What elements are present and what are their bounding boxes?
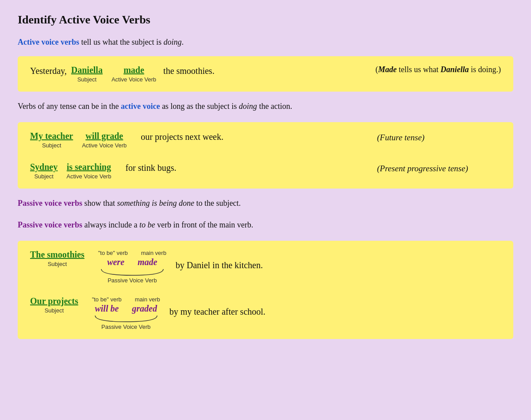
- passive-verbs-label-1: Passive voice verbs: [18, 199, 82, 208]
- example1-note: (Made tells us what Daniella is doing.): [362, 65, 501, 74]
- note-text2: is doing.): [469, 65, 501, 74]
- subject-verb-block-1: Daniella Subject made Active Voice Verb: [71, 65, 156, 83]
- intro1-italic: doing: [163, 38, 181, 46]
- note-made: Made: [378, 65, 396, 74]
- example2b-rest: for stink bugs.: [125, 163, 176, 173]
- note-daniella: Daniella: [440, 65, 469, 74]
- issearching-word: is searching: [67, 162, 111, 172]
- verb-word-willgrade: will grade Active Voice Verb: [82, 131, 127, 149]
- passive-row-1: The smoothies Subject "to be" verb main …: [30, 250, 501, 284]
- subject-verb-block-2b: Sydney Subject is searching Active Voice…: [30, 162, 111, 180]
- example-row-2a: My teacher Subject will grade Active Voi…: [30, 131, 501, 149]
- were-word: were: [107, 257, 124, 267]
- passive1-italic: something is being done: [117, 199, 194, 208]
- para2: Verbs of any tense can be in the active …: [18, 100, 513, 112]
- verb-top-labels-1: "to be" verb main verb: [98, 250, 166, 256]
- passive-line-1: Passive voice verbs show that something …: [18, 197, 513, 209]
- subject-word-sydney: Sydney Subject: [30, 162, 58, 180]
- passive-row-2: Our projects Subject "to be" verb main v…: [30, 296, 501, 330]
- willbe-word: will be: [95, 304, 119, 314]
- smoothies-label: Subject: [48, 261, 67, 267]
- made-passive-word: made: [138, 257, 157, 267]
- main-label-2: main verb: [135, 296, 160, 303]
- example1-rest: the smoothies.: [163, 66, 215, 76]
- subject-verb-block-2a: My teacher Subject will grade Active Voi…: [30, 131, 127, 149]
- page-title: Identify Active Voice Verbs: [18, 13, 513, 27]
- passive-words-1: were made: [107, 257, 157, 267]
- example-box-3: The smoothies Subject "to be" verb main …: [18, 241, 513, 339]
- graded-word: graded: [132, 304, 157, 314]
- example2a-tense: (Future tense): [359, 133, 501, 143]
- passive-verb-group-1: "to be" verb main verb were made Passive…: [97, 250, 168, 284]
- example-box-1: Yesterday, Daniella Subject made Active …: [18, 56, 513, 92]
- passive-verb-label-2: Passive Voice Verb: [101, 324, 150, 330]
- para2-blue: active voice: [121, 102, 160, 111]
- passive-verbs-label-2: Passive voice verbs: [18, 220, 82, 229]
- passive-verb-group-2: "to be" verb main verb will be graded Pa…: [91, 296, 162, 330]
- active-voice-verbs-label: Active voice verbs: [18, 38, 79, 46]
- example-box-2: My teacher Subject will grade Active Voi…: [18, 122, 513, 189]
- passive-ex2-rest: by my teacher after school.: [169, 307, 266, 317]
- passive2-end: verb in front of the main verb.: [155, 220, 253, 229]
- tobe-label-1: "to be" verb: [98, 250, 128, 256]
- ourprojects-word: Our projects: [30, 296, 78, 306]
- para2-italic: doing: [239, 102, 257, 111]
- passive1-end: to the subject.: [194, 199, 241, 208]
- passive2-text: always include a: [82, 220, 139, 229]
- note-text1: tells us what: [396, 65, 440, 74]
- myteacher-label: Subject: [42, 142, 61, 149]
- sydney-word: Sydney: [30, 162, 58, 172]
- subject-word-daniella: Daniella Subject: [71, 65, 103, 83]
- main-label-1: main verb: [141, 250, 166, 256]
- passive2-italic: to be: [139, 220, 155, 229]
- willgrade-label: Active Voice Verb: [82, 142, 127, 149]
- daniella-word: Daniella: [71, 65, 103, 75]
- ourprojects-label: Subject: [45, 307, 64, 314]
- sydney-label: Subject: [34, 173, 53, 180]
- subject-word-ourprojects: Our projects Subject: [30, 296, 78, 314]
- intro1-prefix: tell us what the subject is: [79, 38, 163, 46]
- intro-line-1: Active voice verbs tell us what the subj…: [18, 36, 513, 48]
- passive1-text: show that: [82, 199, 117, 208]
- brace-svg-2: [91, 314, 162, 324]
- passive-verb-label-1: Passive Voice Verb: [108, 277, 157, 284]
- tobe-label-2: "to be" verb: [92, 296, 122, 303]
- passive-line-2: Passive voice verbs always include a to …: [18, 219, 513, 231]
- myteacher-word: My teacher: [30, 131, 73, 141]
- made-word: made: [123, 65, 144, 75]
- para2-end: the action.: [257, 102, 292, 111]
- verb-word-issearching: is searching Active Voice Verb: [66, 162, 111, 180]
- example2b-tense: (Present progressive tense): [359, 164, 501, 173]
- passive-words-2: will be graded: [95, 304, 157, 314]
- made-label: Active Voice Verb: [112, 76, 156, 83]
- para2-prefix: Verbs of any tense can be in the: [18, 102, 121, 111]
- brace-svg-1: [97, 267, 168, 277]
- example-row-2b: Sydney Subject is searching Active Voice…: [30, 162, 501, 180]
- daniella-label: Subject: [77, 76, 96, 83]
- intro1-suffix: .: [181, 38, 184, 46]
- example2a-rest: our projects next week.: [141, 132, 223, 142]
- verb-top-labels-2: "to be" verb main verb: [92, 296, 160, 303]
- subject-word-smoothies: The smoothies Subject: [30, 250, 85, 267]
- para2-suffix: as long as the subject is: [160, 102, 239, 111]
- example1-prefix: Yesterday,: [30, 66, 67, 76]
- subject-word-myteacher: My teacher Subject: [30, 131, 73, 149]
- passive-ex1-rest: by Daniel in the kitchen.: [176, 260, 263, 270]
- smoothies-word: The smoothies: [30, 250, 85, 260]
- verb-word-made: made Active Voice Verb: [112, 65, 156, 83]
- willgrade-word: will grade: [85, 131, 123, 141]
- issearching-label: Active Voice Verb: [66, 173, 111, 180]
- example-row-1: Yesterday, Daniella Subject made Active …: [30, 65, 501, 83]
